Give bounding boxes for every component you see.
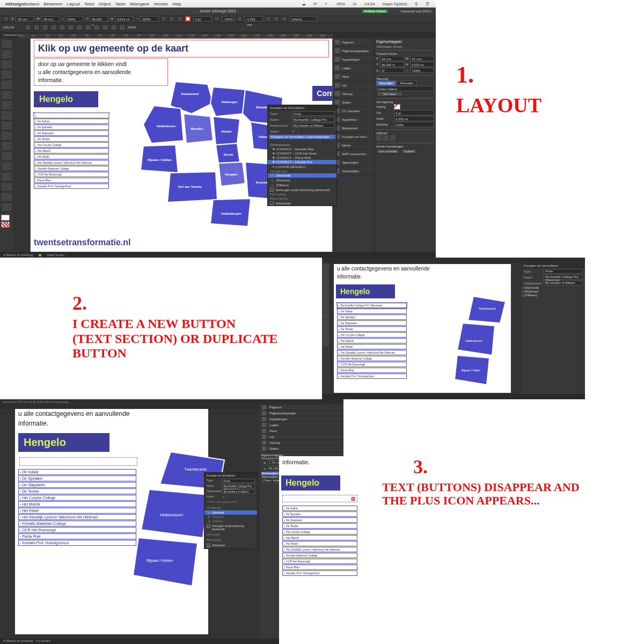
col4-icon[interactable] bbox=[50, 24, 57, 31]
zoom-tool-icon[interactable] bbox=[1, 202, 12, 212]
align-t-icon[interactable] bbox=[102, 24, 108, 31]
panel-item[interactable]: Stalen bbox=[333, 98, 374, 107]
list-item[interactable]: De Stapsteen bbox=[34, 130, 109, 136]
w-field[interactable]: 45 mm bbox=[41, 16, 60, 21]
panel-item[interactable]: Lagen bbox=[333, 64, 374, 72]
bf-print-check[interactable]: ✓Afdrukbaar bbox=[268, 201, 336, 206]
cloud-icon[interactable]: ☁ bbox=[302, 2, 306, 6]
menu-object[interactable]: Object bbox=[98, 2, 111, 6]
prop-line[interactable]: 0 pt bbox=[394, 110, 434, 115]
menu-help[interactable]: Help bbox=[172, 2, 181, 6]
flip-h-icon[interactable] bbox=[169, 16, 174, 21]
panel-item[interactable]: Alineastijlen bbox=[333, 167, 374, 175]
panel-item[interactable]: Verloop bbox=[333, 90, 374, 98]
selection-tool-icon[interactable] bbox=[1, 39, 12, 49]
swatch-field[interactable]: [Geen] bbox=[290, 16, 317, 21]
zoom-field[interactable]: 103,1% bbox=[3, 26, 23, 29]
buttons-forms-panel[interactable]: Knoppen en formulieren Type:Knop Naam:Bo… bbox=[267, 105, 337, 206]
add-action-icon[interactable]: ＋ bbox=[292, 129, 295, 134]
x-field[interactable]: 18 mm bbox=[16, 16, 34, 21]
notifications-icon[interactable]: ☰ bbox=[426, 2, 429, 6]
wrap2-icon[interactable] bbox=[274, 16, 279, 21]
y-field[interactable]: 96,269 mr bbox=[90, 16, 108, 21]
prop-rot[interactable]: 0° bbox=[380, 68, 404, 73]
panel-item[interactable]: Paginaovergangen bbox=[333, 47, 374, 55]
prop-y[interactable]: 96,269 m bbox=[380, 62, 404, 67]
panel-item[interactable]: Kleur bbox=[333, 72, 374, 81]
panel-item[interactable]: Pagina's bbox=[333, 38, 374, 47]
bf-action-toggle[interactable]: Knoppen en formulieren tonen/verbergen bbox=[269, 135, 335, 139]
menu-bewerken[interactable]: Bewerken bbox=[43, 2, 63, 6]
mini-canvas-2[interactable]: u alle contactgegevens en aanvullende in… bbox=[334, 264, 511, 393]
panel-item[interactable]: Lijn bbox=[333, 81, 374, 90]
menu-bestand[interactable]: Bestand bbox=[24, 2, 39, 6]
list-item[interactable]: De Hulkar bbox=[34, 119, 109, 124]
type-tool-icon[interactable] bbox=[1, 80, 12, 90]
ref-point-icon[interactable] bbox=[3, 16, 9, 21]
tab-para[interactable]: Alineastijlen bbox=[376, 80, 396, 86]
make-style-button[interactable]: Stijl maken bbox=[376, 91, 403, 97]
panel-item[interactable]: SWF-voorvertoni... bbox=[333, 150, 374, 158]
prop-h[interactable]: 3,019 mr bbox=[410, 62, 434, 67]
rotate-icon[interactable] bbox=[161, 16, 166, 21]
publish-online-button[interactable]: Publish Online bbox=[362, 10, 387, 13]
col5-icon[interactable] bbox=[59, 24, 65, 31]
note-tool-icon[interactable] bbox=[1, 172, 12, 181]
corner-icon[interactable] bbox=[237, 16, 242, 21]
panel-item[interactable]: Knoppen en form... bbox=[333, 133, 374, 141]
prop-shear[interactable]: 100% bbox=[411, 68, 434, 73]
spotlight-icon[interactable]: ⚲ bbox=[415, 2, 418, 6]
panel-item[interactable]: Koppelingen bbox=[333, 55, 374, 64]
pencil-tool-icon[interactable] bbox=[1, 111, 12, 120]
state-click[interactable]: ▧[Klikken] bbox=[268, 182, 336, 187]
menu-tabel[interactable]: Tabel bbox=[115, 2, 126, 6]
panel-item[interactable]: CC Libraries bbox=[333, 107, 374, 115]
panel-item[interactable]: Media bbox=[333, 141, 374, 150]
list-item[interactable]: De Tender bbox=[34, 136, 109, 142]
overset-text-frame[interactable]: ⊞ bbox=[282, 495, 357, 502]
bf-name[interactable]: Bonhoeffer College Pro Vlierstraat bbox=[292, 117, 334, 122]
list-item[interactable]: Het Stedelijk Lyceum Vakschool Het Diekm… bbox=[34, 160, 109, 165]
prop-w[interactable]: 45 mm bbox=[410, 56, 434, 61]
col3-icon[interactable] bbox=[42, 24, 48, 31]
fill-none-icon[interactable] bbox=[185, 16, 191, 21]
eyedropper-tool-icon[interactable] bbox=[1, 182, 12, 192]
state-rollover[interactable]: ▧[Rollover] bbox=[268, 178, 336, 182]
panel-item[interactable]: Hyperlinks bbox=[333, 115, 374, 124]
mini-canvas-3[interactable]: u alle contactgegevens en aanvullende in… bbox=[15, 409, 208, 634]
status-left[interactable]: ● [Basis] (in werking) bbox=[3, 253, 33, 257]
align-c-icon[interactable] bbox=[85, 24, 91, 31]
wrap-icon[interactable] bbox=[266, 16, 271, 21]
menu-tekst[interactable]: Tekst bbox=[84, 2, 94, 6]
hand-tool-icon[interactable] bbox=[1, 192, 12, 202]
gradient-tool-icon[interactable] bbox=[1, 162, 12, 171]
page-tool-icon[interactable] bbox=[1, 60, 12, 69]
list-item[interactable]: Kentalis Maatman College bbox=[34, 166, 109, 171]
menu-venster[interactable]: Venster bbox=[153, 2, 168, 6]
wifi-icon[interactable]: ᯤ bbox=[325, 2, 329, 6]
list-item[interactable]: Het Meerik bbox=[34, 148, 109, 153]
col2-icon[interactable] bbox=[33, 24, 40, 31]
buttons-forms-panel-3[interactable]: Knoppen en formulieren Type:Knop Naam:Bo… bbox=[204, 472, 258, 549]
scissors-tool-icon[interactable] bbox=[1, 141, 12, 151]
flip-v-icon[interactable] bbox=[177, 16, 182, 21]
gap-tool-icon[interactable] bbox=[1, 70, 12, 79]
align-l-icon[interactable] bbox=[76, 24, 83, 31]
menu-layout[interactable]: Layout bbox=[67, 2, 80, 6]
h-field[interactable]: 3,019 mr bbox=[115, 16, 133, 21]
col1-icon[interactable] bbox=[25, 24, 31, 31]
panel-item[interactable]: Tekenstijlen bbox=[333, 158, 374, 167]
prop-hook[interactable]: 4,233 mr bbox=[394, 116, 434, 121]
align-r-icon[interactable] bbox=[93, 24, 100, 31]
scale2-field[interactable]: 100% bbox=[140, 16, 158, 21]
tab-char[interactable]: Tekenstijlen bbox=[397, 80, 416, 86]
menu-weergave[interactable]: Weergave bbox=[130, 2, 149, 6]
list-item[interactable]: De Spinaker bbox=[34, 125, 109, 130]
rect-tool-icon[interactable] bbox=[1, 131, 12, 141]
bf-hidden-check[interactable]: ✓Verborgen totdat activering plaatsvindt bbox=[268, 187, 336, 192]
style-select[interactable]: (Geen stijlen) bbox=[376, 86, 434, 91]
bf-type[interactable]: Knop bbox=[292, 111, 334, 116]
prop-opacity[interactable]: 100% bbox=[394, 122, 434, 127]
stroke-field[interactable]: 0 pt bbox=[193, 16, 211, 21]
app-name[interactable]: InDesign bbox=[5, 2, 24, 6]
